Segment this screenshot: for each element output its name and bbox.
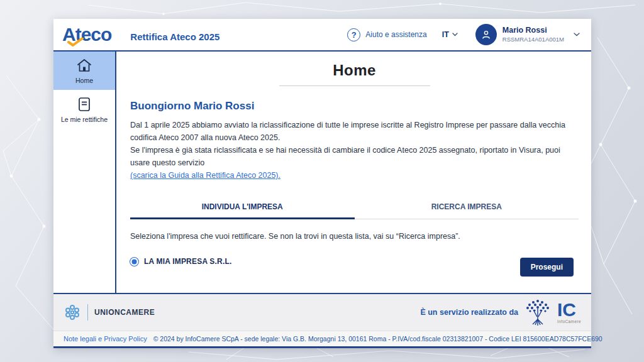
company-name-label: LA MIA IMPRESA S.R.L. [144,257,232,266]
tab-bar: INDIVIDUA L'IMPRESA RICERCA IMPRESA [130,197,579,219]
copyright-text: © 2024 by InfoCamere SCpA - sede legale:… [153,335,602,343]
page-title: Home [130,62,579,79]
help-label: Aiuto e assistenza [365,30,426,39]
intro-paragraph-2: Se l'impresa è già stata riclassificata … [130,144,579,169]
document-icon [77,96,92,112]
main-content: Home Buongiorno Mario Rossi Dal 1 aprile… [116,52,591,293]
intro-paragraph-1: Dal 1 aprile 2025 abbiamo avviato la ric… [130,119,579,144]
person-icon [481,30,491,40]
user-menu[interactable]: Mario Rossi RSSMRA14A01A001M [475,24,580,45]
question-mark-icon: ? [347,28,360,41]
select-company-hint: Seleziona l'impresa che vuoi rettificare… [130,232,579,241]
company-radio-option[interactable]: LA MIA IMPRESA S.R.L. [130,257,579,266]
user-name: Mario Rossi [502,26,564,36]
app-title: Rettifica Ateco 2025 [130,31,219,42]
infocamere-label: InfoCamere [557,320,581,324]
greeting-heading: Buongiorno Mario Rossi [130,100,579,112]
legal-links[interactable]: Note legali e Privacy Policy [64,335,147,343]
help-button[interactable]: ? Aiuto e assistenza [347,28,426,41]
legal-bar: Note legali e Privacy Policy © 2024 by I… [53,331,591,348]
unioncamere-icon [64,304,81,321]
service-by-text: È un servizio realizzato da [420,308,518,317]
chevron-down-icon [452,33,458,36]
infocamere-initials: IC [557,300,576,319]
guide-download-link[interactable]: (scarica la Guida alla Rettifica Ateco 2… [130,171,280,180]
app-window: Ateco Rettifica Ateco 2025 ? Aiuto e ass… [53,19,591,348]
sidebar-item-label: Le mie rettifiche [61,116,108,123]
avatar [475,24,497,45]
unioncamere-label: UNIONCAMERE [94,308,155,317]
sidebar-item-le-mie-rettifiche[interactable]: Le mie rettifiche [53,90,115,129]
check-icon [67,38,84,47]
app-header: Ateco Rettifica Ateco 2025 ? Aiuto e ass… [53,19,591,52]
tab-individua-impresa[interactable]: INDIVIDUA L'IMPRESA [130,197,355,219]
sidebar-item-label: Home [75,77,93,84]
footer: UNIONCAMERE È un servizio realizzato da [53,293,591,331]
logo-divider [87,304,88,321]
prosegui-button[interactable]: Prosegui [520,258,574,277]
chevron-down-icon [574,33,580,36]
home-icon [76,58,92,74]
radio-selected-icon[interactable] [130,258,138,266]
sidebar-item-home[interactable]: Home [53,52,115,90]
infocamere-logo: IC InfoCamere [557,300,581,324]
ateco-logo[interactable]: Ateco [62,25,111,44]
tab-ricerca-impresa[interactable]: RICERCA IMPRESA [355,197,579,219]
language-code: IT [442,30,449,39]
sidebar: Home Le mie rettifiche [53,52,116,293]
language-selector[interactable]: IT [442,30,458,39]
user-fiscal-code: RSSMRA14A01A001M [502,36,564,43]
unioncamere-logo: UNIONCAMERE [64,304,155,321]
title-divider [279,85,430,86]
infocamere-tree-icon [525,298,551,327]
